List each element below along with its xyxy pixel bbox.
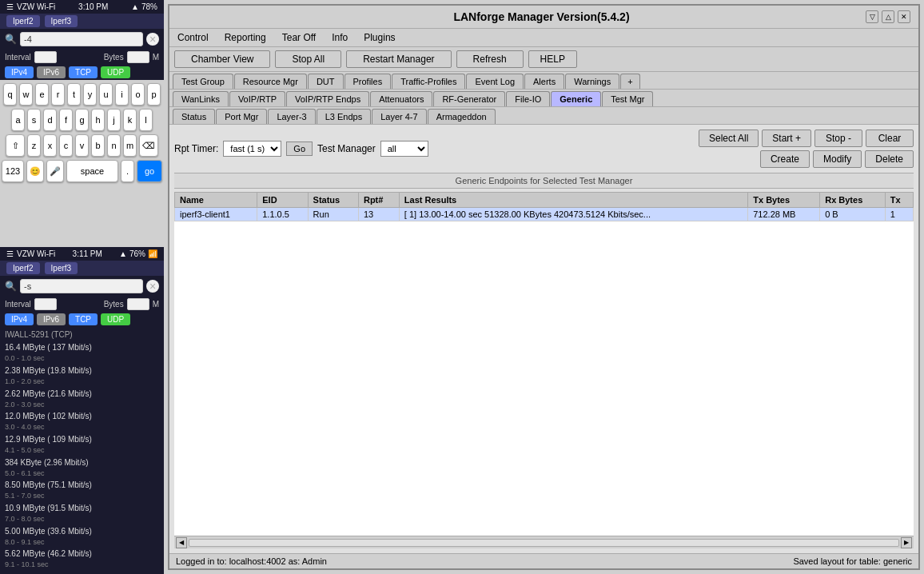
kb-y[interactable]: y [83,83,97,106]
interval-input-1[interactable] [34,51,57,63]
h-scrollbar[interactable] [189,539,899,547]
phone-tab-iperf2-2[interactable]: Iperf2 [6,262,40,274]
tab-file-io[interactable]: File-IO [506,91,550,106]
kb-backspace[interactable]: ⌫ [139,134,158,157]
tab-resource-mgr[interactable]: Resource Mgr [234,74,307,89]
clear-btn[interactable]: Clear [866,130,914,147]
ipv4-btn-2[interactable]: IPv4 [5,313,34,325]
kb-z[interactable]: z [27,134,41,157]
kb-m[interactable]: m [123,134,137,157]
kb-p[interactable]: p [147,83,161,106]
phone-tab-iperf3-2[interactable]: Iperf3 [45,262,78,274]
delete-btn[interactable]: Delete [865,150,914,168]
hamburger-icon[interactable]: ☰ [6,2,14,11]
kb-w[interactable]: w [19,83,33,106]
kb-d[interactable]: d [43,109,57,131]
kb-b[interactable]: b [91,134,105,157]
tab-warnings[interactable]: Warnings [565,74,619,89]
kb-period[interactable]: . [121,160,134,182]
kb-h[interactable]: h [91,109,105,131]
menu-reporting[interactable]: Reporting [221,31,269,44]
tab-test-mgr[interactable]: Test Mgr [602,91,653,106]
modify-btn[interactable]: Modify [813,150,862,168]
search-clear-btn-2[interactable]: × [146,280,159,293]
kb-k[interactable]: k [123,109,137,131]
tcp-btn-2[interactable]: TCP [69,313,98,325]
kb-c[interactable]: c [59,134,73,157]
kb-emoji[interactable]: 😊 [26,160,44,182]
close-btn[interactable]: ✕ [898,10,910,23]
menu-tear-off[interactable]: Tear Off [279,31,319,44]
refresh-btn[interactable]: Refresh [456,50,524,68]
kb-n[interactable]: n [107,134,121,157]
ipv6-btn-2[interactable]: IPv6 [37,313,66,325]
maximize-btn[interactable]: △ [882,10,894,23]
menu-plugins[interactable]: Plugins [360,31,398,44]
tab-layer47[interactable]: Layer 4-7 [372,109,426,124]
kb-space[interactable]: space [66,160,118,182]
kb-o[interactable]: o [131,83,145,106]
kb-t[interactable]: t [67,83,81,106]
create-btn[interactable]: Create [760,150,810,168]
menu-control[interactable]: Control [174,31,212,44]
tab-voip-rtp[interactable]: VoIP/RTP [229,91,285,106]
tab-dut[interactable]: DUT [308,74,344,89]
kb-a[interactable]: a [11,109,25,131]
tab-rf-generator[interactable]: RF-Generator [433,91,505,106]
ipv4-btn-1[interactable]: IPv4 [5,66,34,78]
bytes-input-2[interactable] [127,298,149,310]
kb-shift[interactable]: ⇧ [6,134,25,157]
search-input-2[interactable] [20,279,143,293]
udp-btn-1[interactable]: UDP [101,66,130,78]
scroll-left-btn[interactable]: ◀ [176,537,187,548]
stop-all-btn[interactable]: Stop All [275,50,341,68]
tab-event-log[interactable]: Event Log [466,74,524,89]
interval-input-2[interactable] [34,298,57,310]
bytes-input-1[interactable] [127,51,149,63]
kb-l[interactable]: l [139,109,153,131]
kb-r[interactable]: r [51,83,65,106]
start-btn[interactable]: Start + [762,130,811,147]
tab-port-mgr[interactable]: Port Mgr [216,109,267,124]
phone-tab-iperf3-1[interactable]: Iperf3 [45,15,78,27]
kb-x[interactable]: x [43,134,57,157]
kb-s[interactable]: s [27,109,41,131]
scroll-right-btn[interactable]: ▶ [901,537,912,548]
restart-manager-btn[interactable]: Restart Manager [346,50,451,68]
menu-info[interactable]: Info [329,31,351,44]
tab-profiles[interactable]: Profiles [345,74,392,89]
kb-g[interactable]: g [75,109,89,131]
kb-go[interactable]: go [137,160,162,182]
kb-q[interactable]: q [3,83,17,106]
minimize-btn[interactable]: ▽ [866,10,878,23]
tab-voip-rtp-endps[interactable]: VoIP/RTP Endps [286,91,369,106]
tcp-btn-1[interactable]: TCP [69,66,98,78]
help-btn[interactable]: HELP [528,50,577,68]
table-row[interactable]: iperf3-client1 1.1.0.5 Run 13 [ 1] 13.00… [175,208,914,221]
tab-wanlinks[interactable]: WanLinks [173,91,229,106]
kb-j[interactable]: j [107,109,121,131]
search-clear-btn-1[interactable]: × [146,33,159,46]
tab-traffic-profiles[interactable]: Traffic-Profiles [392,74,465,89]
search-input-1[interactable] [20,32,143,46]
select-all-btn[interactable]: Select All [699,130,759,147]
hamburger-icon-2[interactable]: ☰ [6,249,14,258]
tab-alerts[interactable]: Alerts [524,74,564,89]
rpt-timer-select[interactable]: fast (1 s) [223,141,281,157]
kb-mic[interactable]: 🎤 [46,160,64,182]
udp-btn-2[interactable]: UDP [101,313,130,325]
tab-attenuators[interactable]: Attenuators [370,91,432,106]
kb-v[interactable]: v [75,134,89,157]
tab-status[interactable]: Status [173,109,215,124]
test-manager-select[interactable]: all [380,141,428,157]
kb-i[interactable]: i [115,83,129,106]
kb-numbers[interactable]: 123 [2,160,24,182]
stop-btn[interactable]: Stop - [814,130,862,147]
kb-e[interactable]: e [35,83,49,106]
tab-generic[interactable]: Generic [551,91,601,106]
phone-tab-iperf2-1[interactable]: Iperf2 [6,15,40,27]
tab-layer3[interactable]: Layer-3 [268,109,315,124]
tab-plus[interactable]: + [620,74,639,89]
tab-armageddon[interactable]: Armageddon [428,109,496,124]
rpt-go-btn[interactable]: Go [286,142,313,156]
